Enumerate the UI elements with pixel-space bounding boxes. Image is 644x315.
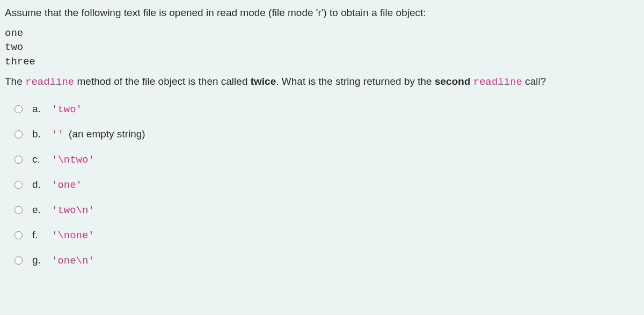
option-code: '\ntwo' — [52, 154, 94, 166]
option-letter: f. — [32, 229, 45, 241]
option-content: 'one\n' — [52, 254, 97, 267]
prompt-text: The — [5, 76, 25, 87]
option-content: '' (an empty string) — [52, 128, 145, 141]
option-content: 'one' — [52, 179, 84, 191]
prompt-text: method of the file object is then called — [74, 76, 250, 87]
prompt-bold: twice — [251, 76, 276, 87]
radio-c[interactable] — [14, 156, 23, 164]
prompt-code: readline — [473, 76, 522, 88]
option-content: 'two\n' — [52, 204, 97, 216]
option-g[interactable]: g. 'one\n' — [14, 254, 639, 267]
question-intro: Assume that the following text file is o… — [5, 5, 639, 21]
prompt-text: . What is the string returned by the — [276, 76, 435, 87]
option-b[interactable]: b. '' (an empty string) — [14, 128, 639, 141]
option-letter: c. — [32, 153, 45, 165]
option-f[interactable]: f. '\none' — [14, 229, 639, 241]
option-code: '' — [52, 129, 64, 141]
option-code: 'one' — [52, 179, 82, 191]
option-code: '\none' — [52, 230, 94, 241]
option-letter: d. — [32, 179, 45, 191]
radio-g[interactable] — [14, 257, 23, 265]
option-code: 'two\n' — [52, 204, 94, 216]
option-letter: a. — [32, 103, 45, 115]
option-extra: (an empty string) — [66, 128, 145, 140]
option-content: '\ntwo' — [52, 153, 97, 166]
prompt-bold: second — [435, 76, 471, 87]
option-d[interactable]: d. 'one' — [14, 179, 639, 191]
option-content: '\none' — [52, 229, 97, 241]
radio-a[interactable] — [14, 105, 23, 113]
prompt-text: call? — [522, 76, 546, 87]
option-letter: b. — [32, 128, 45, 140]
radio-d[interactable] — [14, 181, 23, 189]
radio-f[interactable] — [14, 231, 23, 239]
radio-e[interactable] — [14, 206, 23, 214]
file-contents: one two three — [5, 26, 639, 69]
option-letter: g. — [32, 254, 45, 266]
option-a[interactable]: a. 'two' — [14, 103, 639, 115]
option-e[interactable]: e. 'two\n' — [14, 204, 639, 216]
option-content: 'two' — [52, 103, 84, 115]
question-prompt: The readline method of the file object i… — [5, 74, 639, 90]
option-c[interactable]: c. '\ntwo' — [14, 153, 639, 166]
prompt-code: readline — [25, 76, 74, 88]
radio-b[interactable] — [14, 130, 23, 138]
option-code: 'one\n' — [52, 255, 94, 267]
option-letter: e. — [32, 204, 45, 216]
option-code: 'two' — [52, 104, 82, 115]
options-list: a. 'two' b. '' (an empty string) c. '\nt… — [5, 103, 639, 267]
